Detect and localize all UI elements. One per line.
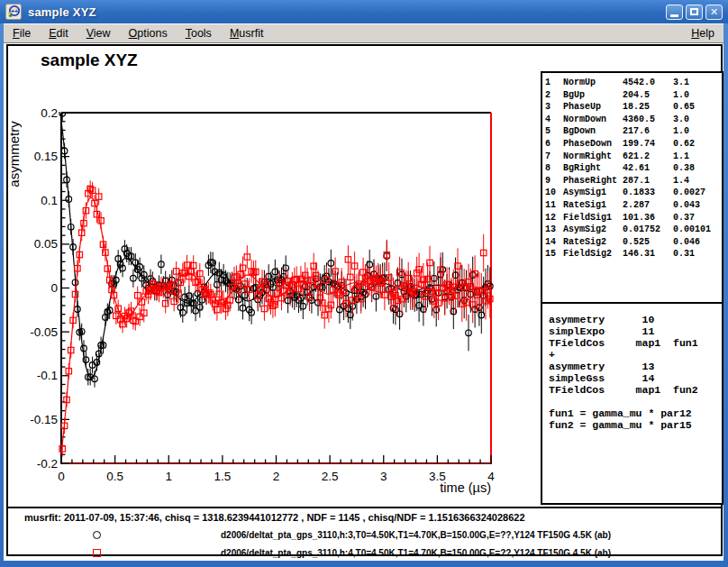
param-cell: 18.25 [623, 101, 673, 114]
square-marker [59, 446, 65, 452]
square-marker [197, 270, 203, 276]
legend-square-marker [93, 549, 101, 557]
fit-info-line: musrfit: 2011-07-09, 15:37:46, chisq = 1… [24, 512, 525, 524]
square-marker [487, 296, 493, 301]
param-row: 15FieldSig2146.310.31 [545, 248, 722, 261]
param-row: 5BgDown217.61.0 [545, 125, 722, 138]
circle-marker [466, 330, 472, 336]
square-marker [332, 269, 338, 274]
square-marker [163, 301, 168, 306]
square-marker [77, 251, 82, 257]
close-button[interactable]: ✕ [705, 5, 723, 20]
square-marker [435, 300, 441, 306]
square-marker [396, 270, 402, 275]
square-marker [141, 310, 147, 316]
y-tick-label: -0.2 [37, 457, 58, 471]
title-bar[interactable]: ++ sample XYZ ✕ [0, 0, 728, 23]
square-marker [75, 266, 80, 271]
param-cell: 199.74 [623, 138, 673, 151]
y-tick-label: 0 [50, 281, 58, 295]
param-cell: 2.287 [623, 199, 673, 212]
param-row: 4NormDown4360.53.0 [545, 114, 722, 126]
menu-tools[interactable]: Tools [177, 25, 221, 41]
param-row: 2BgUp204.51.0 [545, 89, 722, 102]
square-marker [412, 289, 417, 295]
square-marker [306, 294, 312, 299]
square-marker [173, 269, 178, 274]
square-marker [253, 269, 259, 274]
x-axis-title: time (µs) [440, 480, 491, 495]
x-tick-label: 2 [273, 470, 280, 483]
square-marker [481, 250, 487, 255]
param-cell: 7 [545, 151, 563, 163]
root-canvas: sample XYZasymmetrytime (µs)00.511.522.5… [4, 43, 723, 561]
fit-parameter-box: 1NormUp4542.03.12BgUp204.51.03PhaseUp18.… [541, 71, 723, 304]
param-cell: 6 [545, 138, 563, 151]
circle-marker [270, 285, 277, 291]
square-marker [70, 317, 76, 323]
param-row: 14RateSig20.5250.046 [545, 236, 722, 249]
plot-area[interactable]: sample XYZasymmetrytime (µs)00.511.522.5… [6, 44, 541, 508]
square-marker [350, 297, 355, 303]
param-cell: RateSig2 [563, 236, 623, 249]
param-cell: PhaseDown [563, 138, 623, 151]
x-tick-label: 0 [58, 470, 65, 483]
menu-options[interactable]: Options [120, 25, 177, 41]
param-cell: PhaseUp [563, 101, 623, 114]
param-cell: 204.5 [623, 89, 673, 102]
param-cell: 4360.5 [623, 114, 673, 126]
window-controls: ✕ [666, 5, 728, 20]
circle-marker [328, 261, 334, 267]
square-marker [384, 252, 389, 258]
plot-title: sample XYZ [41, 50, 138, 69]
param-row: 1NormUp4542.03.1 [545, 77, 722, 89]
circle-marker [300, 303, 306, 309]
param-cell: 0.043 [673, 199, 722, 212]
minimize-icon [670, 14, 678, 17]
param-cell: NormRight [563, 151, 623, 163]
square-marker [214, 306, 220, 312]
square-marker [242, 281, 248, 287]
square-marker [66, 369, 71, 374]
minimize-button[interactable] [666, 5, 683, 20]
param-cell: 11 [545, 199, 563, 212]
param-cell: 10 [545, 187, 563, 199]
square-marker [103, 250, 108, 255]
data-series-2 [59, 180, 493, 456]
circle-marker [64, 177, 70, 183]
circle-marker [137, 264, 143, 270]
param-cell: AsymSig1 [563, 187, 623, 199]
square-marker [247, 287, 252, 292]
y-tick-label: 0.05 [34, 237, 58, 251]
circle-marker [78, 329, 85, 335]
circle-marker [83, 357, 89, 363]
square-marker [72, 291, 77, 297]
theory-box: asymmetry 10 simplExpo 11 TFieldCos map1… [541, 302, 723, 505]
menu-edit[interactable]: Edit [40, 25, 77, 41]
param-cell: 217.6 [623, 125, 673, 138]
param-cell: BgUp [563, 89, 623, 102]
param-cell: BgDown [563, 125, 623, 138]
menu-file[interactable]: File [4, 25, 40, 41]
y-tick-label: 0.15 [34, 150, 58, 163]
param-row: 6PhaseDown199.740.62 [545, 138, 722, 151]
menu-musrfit[interactable]: Musrfit [221, 25, 273, 41]
circle-marker [114, 277, 120, 283]
square-marker [359, 296, 364, 301]
square-marker [61, 423, 67, 428]
param-row: 7NormRight621.21.1 [545, 151, 722, 163]
maximize-button[interactable] [686, 5, 703, 20]
param-cell: 9 [545, 175, 563, 187]
square-marker [470, 302, 476, 307]
circle-marker [131, 275, 137, 281]
menu-help[interactable]: Help [682, 25, 723, 41]
param-cell: NormUp [563, 77, 623, 89]
param-cell: 0.38 [673, 162, 722, 175]
menu-view[interactable]: View [77, 25, 120, 41]
circle-marker [100, 343, 106, 349]
square-marker [343, 300, 349, 306]
maximize-icon [690, 8, 698, 15]
square-marker [135, 293, 141, 298]
square-marker [94, 212, 99, 217]
param-cell: 1.4 [673, 175, 722, 187]
